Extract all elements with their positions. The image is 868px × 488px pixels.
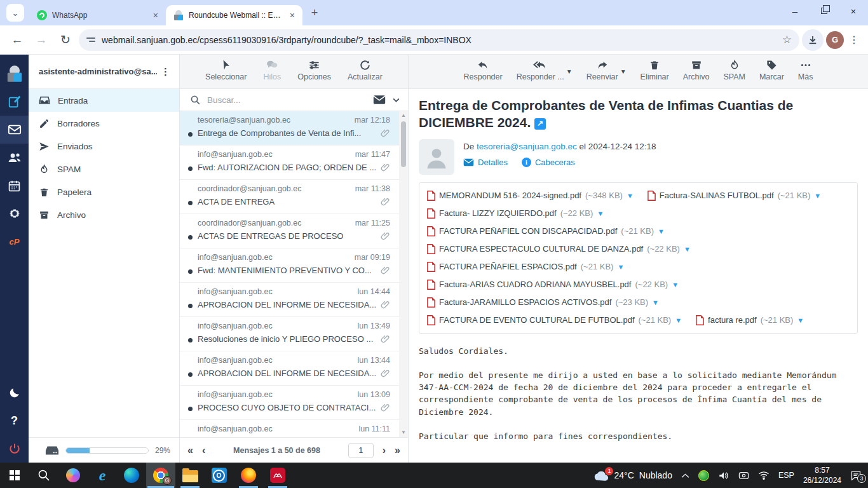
forward-button[interactable]: Reenviar bbox=[587, 59, 618, 81]
window-restore-button[interactable] bbox=[810, 0, 839, 22]
tray-meet-now-icon[interactable] bbox=[738, 471, 749, 480]
tray-volume-icon[interactable] bbox=[718, 471, 729, 480]
attachment-item[interactable]: Factura- LIZZY IZQUIERDO.pdf(~22 KB) ▼ bbox=[427, 205, 604, 222]
search-options-chevron-icon[interactable] bbox=[392, 96, 400, 104]
list-item[interactable]: coordinador@sanjuan.gob.ecmar 11:25 ACTA… bbox=[180, 214, 399, 248]
attachment-menu-caret[interactable]: ▼ bbox=[627, 192, 634, 200]
tab-close-icon[interactable]: × bbox=[288, 10, 296, 20]
rail-settings-button[interactable] bbox=[0, 200, 29, 227]
list-scrollbar[interactable]: ▲ ▼ bbox=[399, 111, 408, 437]
refresh-button[interactable]: Actualizar bbox=[348, 59, 383, 81]
spam-button[interactable]: SPAM bbox=[723, 59, 745, 81]
window-close-button[interactable]: × bbox=[839, 0, 868, 22]
keyboard-language[interactable]: ESP bbox=[778, 471, 794, 480]
select-button[interactable]: Seleccionar bbox=[205, 59, 247, 81]
folder-inbox[interactable]: Entrada bbox=[29, 89, 179, 112]
bookmark-star-icon[interactable]: ☆ bbox=[782, 33, 792, 46]
rail-mail-button[interactable] bbox=[0, 116, 29, 144]
attachment-item[interactable]: Factura-ARIAS CUADRO ADRIANA MAYUSBEL.pd… bbox=[427, 276, 679, 294]
first-page-button[interactable]: « bbox=[187, 445, 193, 456]
folder-trash[interactable]: Papelera bbox=[29, 180, 179, 203]
list-item[interactable]: info@sanjuan.gob.eclun 14:44 APROBACION … bbox=[180, 283, 399, 317]
start-button[interactable] bbox=[0, 463, 29, 488]
delete-button[interactable]: Eliminar bbox=[641, 59, 669, 81]
clock-widget[interactable]: 8:57 26/12/2024 bbox=[803, 465, 841, 485]
rail-contacts-button[interactable] bbox=[0, 144, 29, 172]
weather-widget[interactable]: 1 24°C Nublado bbox=[593, 470, 672, 481]
folder-spam[interactable]: SPAM bbox=[29, 158, 179, 180]
reload-button[interactable]: ↻ bbox=[55, 29, 76, 51]
attachment-item[interactable]: FACTURA PEÑAFIEL ESPACIOS.pdf(~21 KB) ▼ bbox=[427, 258, 624, 276]
folder-drafts[interactable]: Borradores bbox=[29, 112, 179, 135]
attachment-menu-caret[interactable]: ▼ bbox=[684, 245, 691, 253]
attachment-item[interactable]: FACTURA ESPECTACULO CULTURAL DE DANZA.pd… bbox=[427, 240, 691, 258]
folder-sent[interactable]: Enviados bbox=[29, 135, 179, 158]
browser-menu-button[interactable]: ⋮ bbox=[846, 34, 862, 46]
tray-wifi-icon[interactable] bbox=[758, 471, 770, 480]
prev-page-button[interactable]: ‹ bbox=[202, 445, 205, 456]
forward-button[interactable]: → bbox=[31, 29, 52, 51]
archive-button[interactable]: Archivo bbox=[683, 59, 710, 81]
taskbar-ie-button[interactable]: e bbox=[88, 463, 117, 488]
taskbar-outlook-button[interactable] bbox=[205, 463, 234, 488]
threads-button[interactable]: Hilos bbox=[263, 59, 281, 81]
more-button[interactable]: Más bbox=[798, 59, 813, 81]
attachment-menu-caret[interactable]: ▼ bbox=[672, 281, 679, 288]
taskbar-explorer-button[interactable] bbox=[175, 463, 205, 488]
sender-email-link[interactable]: tesoreria@sanjuan.gob.ec bbox=[477, 142, 577, 151]
taskbar-edge-button[interactable] bbox=[117, 463, 146, 488]
cpanel-link[interactable]: cP bbox=[0, 227, 29, 255]
attachment-item[interactable]: factura re.pdf(~21 KB) ▼ bbox=[696, 311, 804, 329]
dark-mode-button[interactable] bbox=[0, 379, 29, 407]
attachment-menu-caret[interactable]: ▼ bbox=[597, 210, 604, 217]
attachment-item[interactable]: Factura-JARAMILLO ESPACIOS ACTIVOS.pdf(~… bbox=[427, 294, 659, 311]
list-item[interactable]: info@sanjuan.gob.ecmar 11:47 Fwd: AUTORI… bbox=[180, 146, 399, 180]
attachment-item[interactable]: Factura-SALINAS FUTBOL.pdf(~21 KB) ▼ bbox=[648, 187, 821, 205]
forward-menu-caret[interactable]: ▼ bbox=[620, 68, 627, 75]
attachment-menu-caret[interactable]: ▼ bbox=[617, 263, 624, 271]
list-item[interactable]: info@sanjuan.gob.ecmar 09:19 Fwd: MANTEN… bbox=[180, 248, 399, 283]
compose-button[interactable] bbox=[0, 88, 29, 116]
tab-close-icon[interactable]: × bbox=[152, 10, 159, 20]
taskbar-chrome-button[interactable]: G bbox=[146, 463, 175, 488]
headers-link[interactable]: i Cabeceras bbox=[522, 158, 575, 167]
tab-whatsapp[interactable]: WhatsApp × bbox=[29, 5, 166, 25]
reply-button[interactable]: Responder bbox=[464, 59, 503, 81]
attachment-menu-caret[interactable]: ▼ bbox=[814, 192, 821, 200]
reply-all-button[interactable]: Responder ... bbox=[517, 59, 564, 81]
search-input[interactable] bbox=[207, 95, 367, 105]
address-bar[interactable]: webmail.sanjuan.gob.ec/cpsess6119030916/… bbox=[79, 29, 799, 51]
taskbar-acrobat-button[interactable] bbox=[263, 463, 292, 488]
help-button[interactable]: ? bbox=[0, 407, 29, 435]
list-item[interactable]: coordinador@sanjuan.gob.ecmar 11:38 ACTA… bbox=[180, 180, 399, 214]
list-item[interactable]: info@sanjuan.gob.eclun 13:09 PROCESO CUY… bbox=[180, 386, 399, 420]
scroll-down-icon[interactable]: ▼ bbox=[401, 428, 406, 437]
folder-archive[interactable]: Archivo bbox=[29, 203, 179, 226]
downloads-button[interactable] bbox=[802, 29, 824, 51]
taskbar-search-button[interactable] bbox=[29, 463, 58, 488]
browser-profile-avatar[interactable]: G bbox=[826, 31, 844, 49]
next-page-button[interactable]: › bbox=[383, 445, 386, 456]
reply-all-menu-caret[interactable]: ▼ bbox=[566, 68, 573, 75]
taskbar-firefox-button[interactable] bbox=[234, 463, 263, 488]
attachment-item[interactable]: FACTURA PEÑAFIEL CON DISCAPACIDAD.pdf(~2… bbox=[427, 222, 665, 240]
tab-search-button[interactable]: ⌄ bbox=[6, 4, 24, 22]
attachment-item[interactable]: MEMORANDUM 516- 2024-signed.pdf(~348 KB)… bbox=[427, 187, 634, 205]
scrollbar-thumb[interactable] bbox=[401, 121, 406, 167]
taskbar-copilot-button[interactable] bbox=[58, 463, 88, 488]
open-in-new-window-icon[interactable]: ↗ bbox=[534, 118, 546, 130]
notification-center-button[interactable]: 3 bbox=[850, 470, 862, 480]
rail-calendar-button[interactable] bbox=[0, 172, 29, 200]
list-item[interactable]: info@sanjuan.gob.eclun 13:49 Resolucione… bbox=[180, 317, 399, 351]
back-button[interactable]: ← bbox=[6, 29, 28, 51]
attachment-menu-caret[interactable]: ▼ bbox=[797, 316, 804, 324]
last-page-button[interactable]: » bbox=[395, 445, 400, 456]
list-item[interactable]: info@sanjuan.gob.eclun 13:44 APROBACION … bbox=[180, 351, 399, 386]
details-link[interactable]: Detalles bbox=[463, 158, 508, 167]
attachment-item[interactable]: FACTURA DE EVENTO CULTURAL DE FUTBOL.pdf… bbox=[427, 311, 682, 329]
scroll-up-icon[interactable]: ▲ bbox=[401, 111, 406, 120]
attachment-menu-caret[interactable]: ▼ bbox=[658, 227, 665, 235]
list-item[interactable]: info@sanjuan.gob.eclun 11:11 bbox=[180, 420, 399, 437]
window-minimize-button[interactable]: – bbox=[780, 0, 810, 22]
page-number-input[interactable] bbox=[348, 443, 374, 458]
